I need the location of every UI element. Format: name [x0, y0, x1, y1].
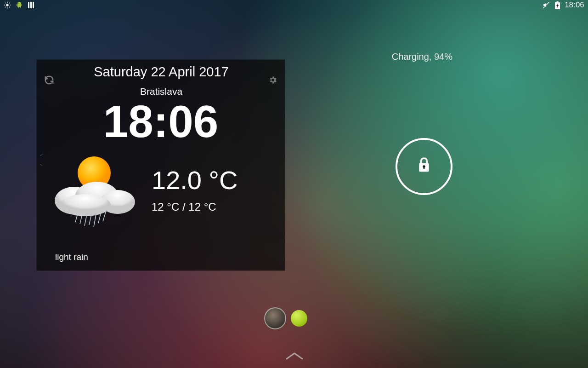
swipe-up-handle[interactable]: [285, 351, 304, 363]
weather-clock-widget[interactable]: Saturday 22 April 2017 Bratislava 18:06: [37, 60, 285, 270]
widget-min-max: 12 °C / 12 °C: [152, 201, 237, 213]
svg-line-27: [75, 212, 78, 222]
svg-rect-21: [556, 1, 558, 2]
svg-line-31: [94, 212, 96, 227]
user-avatar-1[interactable]: [264, 307, 286, 329]
weather-condition-icon: [46, 148, 138, 230]
svg-line-6: [9, 7, 10, 7]
svg-line-29: [85, 212, 87, 226]
refresh-icon[interactable]: [44, 75, 54, 87]
svg-rect-16: [28, 2, 29, 8]
widget-temperature: 12.0 °C: [152, 165, 237, 195]
svg-rect-17: [30, 2, 32, 8]
svg-point-0: [6, 4, 8, 6]
widget-date: Saturday 22 April 2017: [94, 64, 228, 80]
battery-charging-icon: [554, 1, 561, 9]
svg-line-5: [5, 3, 6, 3]
brightness-icon: [4, 1, 11, 9]
svg-rect-12: [18, 7, 18, 8]
svg-rect-10: [17, 4, 17, 6]
widget-time: 18:06: [37, 99, 285, 144]
svg-line-33: [103, 212, 106, 221]
widget-condition-label: light rain: [55, 252, 88, 262]
svg-point-14: [18, 3, 19, 3]
bars-icon: [28, 1, 35, 9]
charging-status: Charging, 94%: [392, 52, 452, 62]
status-clock: 18:06: [565, 1, 584, 9]
svg-rect-11: [22, 4, 22, 6]
svg-rect-18: [33, 2, 34, 8]
widget-city: Bratislava: [140, 86, 182, 97]
svg-line-8: [9, 3, 10, 3]
svg-line-7: [5, 7, 6, 7]
gear-icon[interactable]: [268, 75, 277, 86]
android-icon: [16, 1, 23, 9]
svg-rect-36: [424, 167, 425, 169]
svg-line-30: [89, 212, 92, 225]
user-avatar-2[interactable]: [291, 310, 307, 327]
status-bar: 18:06: [0, 0, 588, 10]
svg-line-32: [98, 212, 101, 223]
lock-icon: [417, 156, 431, 177]
svg-line-28: [80, 212, 83, 224]
svg-point-15: [20, 3, 20, 3]
mute-icon: [543, 1, 550, 9]
svg-rect-9: [17, 4, 21, 7]
lock-button[interactable]: [396, 138, 452, 195]
svg-rect-13: [20, 7, 20, 8]
user-switcher: [264, 307, 307, 329]
